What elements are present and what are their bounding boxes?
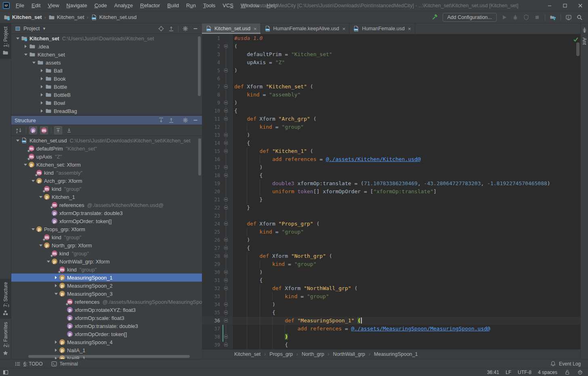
structure-panel-title[interactable]: Structure [15, 117, 36, 123]
menu-item-run[interactable]: Run [183, 0, 200, 11]
code-line-9[interactable]: 9) [202, 99, 580, 107]
line-number[interactable]: 25 [202, 228, 220, 236]
line-ending[interactable]: LF [506, 370, 511, 375]
code-line-36[interactable]: 36def "MeasuringSpoon_1" ( [202, 317, 580, 325]
line-number[interactable]: 21 [202, 196, 220, 204]
code-line-30[interactable]: 30) [202, 268, 580, 276]
tree-row-naila-1[interactable]: pNailA_1 [11, 346, 202, 354]
tree-expand-arrow[interactable] [52, 347, 59, 353]
tree-row-references[interactable]: mreferences@./assets/MeasuringSpoon/Meas… [11, 298, 202, 306]
structure-horizontal-scrollbar[interactable] [28, 355, 190, 358]
stripe-button-2-favorites[interactable]: 2: Favorites [0, 319, 11, 359]
code-line-21[interactable]: 21} [202, 196, 580, 204]
add-configuration-button[interactable]: Add Configuration... [443, 13, 497, 22]
line-number[interactable]: 18 [202, 171, 220, 180]
tab-close-icon[interactable]: × [254, 26, 257, 31]
fold-end-icon[interactable] [224, 303, 228, 306]
tree-expand-arrow[interactable] [22, 43, 29, 50]
tree-expand-arrow[interactable] [30, 59, 37, 66]
tree-row-references[interactable]: mreferences@./assets/Kitchen/Kitchen.usd… [11, 201, 202, 209]
tree-row-xformoporder-token[interactable]: pxformOpOrder: token[] [11, 330, 202, 338]
tree-expand-arrow[interactable] [52, 339, 59, 345]
tab-close-icon[interactable]: × [342, 26, 346, 31]
caret-position[interactable]: 36:41 [487, 370, 499, 375]
line-number[interactable]: 1 [202, 34, 220, 42]
line-number[interactable]: 22 [202, 204, 220, 212]
structure-vertical-scrollbar[interactable] [198, 138, 201, 175]
maximize-button[interactable] [557, 0, 573, 11]
debug-icon[interactable] [512, 14, 519, 21]
project-vertical-scrollbar[interactable] [198, 36, 201, 96]
code-line-35[interactable]: 35{ [202, 309, 580, 317]
tree-expand-arrow[interactable] [37, 194, 44, 200]
todo-toolwindow-button[interactable]: 6: TODO [10, 361, 47, 367]
search-everywhere-icon[interactable] [576, 14, 583, 21]
line-number[interactable]: 13 [202, 131, 220, 139]
tree-row-bowl[interactable]: Bowl [11, 99, 202, 107]
fold-start-icon[interactable] [224, 222, 228, 226]
fold-start-icon[interactable] [224, 109, 228, 113]
menu-item-refactor[interactable]: Refactor [136, 0, 164, 11]
tree-row-xformop-rotatexyz-float3[interactable]: pxformOp:rotateXYZ: float3 [11, 306, 202, 314]
code-line-14[interactable]: 14{ [202, 139, 580, 147]
code-line-23[interactable]: 23 [202, 212, 580, 220]
stripe-button-7-structure[interactable]: 7: Structure [0, 279, 11, 319]
line-number[interactable]: 15 [202, 147, 220, 155]
inspections-ok-icon[interactable] [572, 36, 579, 42]
tree-row-measuringspoon-3[interactable]: pMeasuringSpoon_3 [11, 290, 202, 298]
fold-end-icon[interactable] [224, 335, 228, 338]
tree-row-bottleb[interactable]: BottleB [11, 91, 202, 99]
line-number[interactable]: 35 [202, 309, 220, 317]
line-number[interactable]: 27 [202, 244, 220, 252]
tree-expand-arrow[interactable] [38, 67, 45, 74]
tree-expand-arrow[interactable] [45, 258, 52, 265]
project-structure-icon[interactable] [550, 14, 556, 21]
fold-end-icon[interactable] [224, 198, 228, 201]
menu-item-navigate[interactable]: Navigate [63, 0, 90, 11]
code-line-29[interactable]: 29kind = "group" [202, 260, 580, 268]
locate-icon[interactable] [158, 25, 164, 32]
line-number[interactable]: 20 [202, 188, 220, 196]
tree-row-xformop-translate-double3[interactable]: pxformOp:translate: double3 [11, 209, 202, 217]
code-line-17[interactable]: 17) [202, 163, 580, 171]
code-line-5[interactable]: 5) [202, 67, 580, 75]
tree-row-xformop-scale-float3[interactable]: pxformOp:scale: float3 [11, 314, 202, 322]
fold-end-icon[interactable] [224, 69, 228, 72]
tree-row-kitchen-set[interactable]: Kitchen_setC:\Users\Justin\Downloads\Kit… [11, 34, 202, 42]
code-line-16[interactable]: 16add references = @./assets/Kitchen/Kit… [202, 155, 580, 163]
line-number[interactable]: 6 [202, 75, 220, 83]
fold-start-icon[interactable] [224, 85, 228, 88]
line-number[interactable]: 5 [202, 67, 220, 75]
line-number[interactable]: 7 [202, 83, 220, 91]
collapse-all-icon[interactable] [168, 117, 174, 123]
tree-expand-arrow[interactable] [52, 274, 59, 281]
tree-row-kitchen-set-usd[interactable]: USDKitchen_set.usdC:\Users\Justin\Downlo… [11, 136, 202, 144]
code-line-6[interactable]: 6 [202, 75, 580, 83]
editor-breadcrumb-props-grp[interactable]: Props_grp [269, 351, 293, 357]
editor-breadcrumb-northwall-grp[interactable]: NorthWall_grp [333, 351, 365, 357]
code-line-1[interactable]: 1#usda 1.0 [202, 34, 580, 42]
line-number[interactable]: 38 [202, 333, 220, 341]
code-line-33[interactable]: 33kind = "group" [202, 292, 580, 301]
tree-row-kind[interactable]: mkind"group" [11, 233, 202, 241]
line-number[interactable]: 37 [202, 325, 220, 333]
fold-end-icon[interactable] [224, 238, 228, 242]
terminal-toolwindow-button[interactable]: Terminal [47, 361, 82, 367]
fold-start-icon[interactable] [224, 286, 228, 290]
tree-expand-arrow[interactable] [29, 226, 36, 232]
event-log-button[interactable]: Event Log [546, 361, 585, 367]
tree-expand-arrow[interactable] [52, 290, 59, 297]
tree-row-breadbag[interactable]: BreadBag [11, 107, 202, 115]
expand-all-icon[interactable] [158, 117, 164, 123]
code-line-13[interactable]: 13) [202, 131, 580, 139]
tree-row-kitchen-1[interactable]: pKitchen_1 [11, 193, 202, 201]
code-line-15[interactable]: 15def "Kitchen_1" ( [202, 147, 580, 155]
line-number[interactable]: 34 [202, 301, 220, 309]
code-line-2[interactable]: 2( [202, 42, 580, 50]
code-line-31[interactable]: 31{ [202, 276, 580, 284]
file-encoding[interactable]: UTF-8 [518, 370, 531, 375]
tab-humanfemale-keepalive-usd[interactable]: USDHumanFemale.keepAlive.usd× [261, 23, 350, 34]
gear-icon[interactable] [182, 25, 189, 32]
editor-breadcrumb-north-grp[interactable]: North_grp [302, 351, 324, 357]
tree-row-measuringspoon-2[interactable]: pMeasuringSpoon_2 [11, 282, 202, 290]
